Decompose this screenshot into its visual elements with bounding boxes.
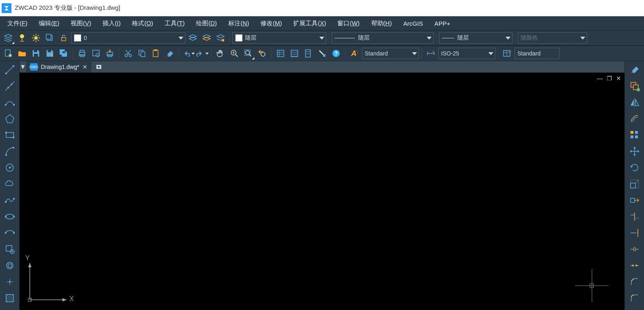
chamfer-icon[interactable] [626, 274, 643, 290]
menu-draw[interactable]: 绘图(D) [192, 18, 221, 29]
match-props-icon[interactable] [316, 47, 329, 60]
publish-icon[interactable] [103, 47, 116, 60]
zoom-window-icon[interactable] [242, 47, 255, 60]
print-icon[interactable] [76, 47, 89, 60]
tablestyle-icon[interactable] [501, 47, 514, 60]
fillet-icon[interactable] [626, 290, 643, 306]
cut-icon[interactable] [122, 47, 135, 60]
break-at-point-icon[interactable] [626, 241, 643, 257]
copy-icon[interactable] [136, 47, 149, 60]
stretch-icon[interactable] [626, 193, 643, 208]
svg-point-5 [222, 39, 224, 42]
tabs-dropdown-icon[interactable]: ▼ [20, 63, 26, 71]
circle-icon[interactable] [2, 160, 18, 175]
add-tab-icon[interactable] [93, 62, 105, 71]
help-icon[interactable]: ? [330, 47, 343, 60]
redo-icon[interactable] [196, 47, 209, 60]
dimstyle-dropdown[interactable]: ISO-25 [438, 48, 495, 59]
saveall-icon[interactable] [57, 47, 70, 60]
svg-text:?: ? [334, 50, 338, 57]
insert-block-icon[interactable] [2, 241, 18, 257]
close-viewport-icon[interactable]: ✕ [616, 75, 621, 82]
document-tab[interactable]: DWG Drawing1.dwg* ✕ [26, 61, 91, 73]
minimize-viewport-icon[interactable]: — [597, 75, 603, 82]
layer-lock-icon[interactable] [57, 31, 70, 44]
scale-icon[interactable] [626, 176, 643, 192]
pan-icon[interactable] [214, 47, 227, 60]
arc-icon[interactable] [2, 144, 18, 159]
layer-off-icon[interactable] [43, 31, 56, 44]
menu-window[interactable]: 窗口(W) [333, 18, 363, 29]
saveas-icon[interactable] [43, 47, 56, 60]
layer-freeze-icon[interactable] [29, 31, 42, 44]
linetype-dropdown[interactable]: 随层 [332, 32, 434, 44]
print-preview-icon[interactable] [89, 47, 103, 60]
layer-manager-icon[interactable] [2, 31, 15, 44]
paste-icon[interactable] [149, 47, 163, 60]
textstyle-dropdown[interactable]: Standard [362, 48, 419, 59]
menu-express[interactable]: 扩展工具(X) [289, 18, 330, 29]
rectangle-icon[interactable] [2, 127, 18, 143]
lineweight-dropdown[interactable]: 随层 [439, 32, 513, 44]
offset-icon[interactable] [626, 111, 643, 126]
layer-on-icon[interactable] [16, 31, 29, 44]
construction-line-icon[interactable] [2, 78, 18, 94]
textstyle-icon[interactable]: A [348, 47, 361, 60]
dimstyle-icon[interactable] [424, 47, 437, 60]
layer-state-icon[interactable] [200, 31, 213, 44]
spline-icon[interactable] [2, 193, 18, 208]
new-icon[interactable] [2, 47, 15, 60]
mirror-icon[interactable] [626, 95, 643, 110]
erase-tool-icon[interactable] [626, 62, 643, 78]
tool-palette-icon[interactable] [302, 47, 315, 60]
menu-insert[interactable]: 插入(I) [98, 18, 125, 29]
break-icon[interactable] [626, 258, 643, 273]
extend-icon[interactable] [626, 225, 643, 241]
menu-tools[interactable]: 工具(T) [160, 18, 189, 29]
undo-icon[interactable] [182, 47, 195, 60]
polygon-icon[interactable] [2, 111, 18, 126]
revcloud-icon[interactable] [2, 176, 18, 192]
menu-view[interactable]: 视图(V) [67, 18, 95, 29]
maximize-viewport-icon[interactable]: ❐ [607, 75, 612, 82]
drawing-canvas[interactable]: — ❐ ✕ Y X [20, 73, 624, 310]
zoom-previous-icon[interactable] [256, 47, 269, 60]
trim-icon[interactable] [626, 209, 643, 224]
make-block-icon[interactable] [2, 258, 18, 273]
svg-rect-97 [634, 248, 635, 251]
zoom-realtime-icon[interactable] [228, 47, 241, 60]
properties-icon[interactable] [274, 47, 287, 60]
menu-format[interactable]: 格式(O) [128, 18, 157, 29]
layer-walk-icon[interactable] [214, 31, 227, 44]
polyline-icon[interactable] [2, 95, 18, 110]
close-tab-icon[interactable]: ✕ [82, 64, 87, 70]
menu-modify[interactable]: 修改(M) [256, 18, 286, 29]
tablestyle-dropdown[interactable]: Standard [515, 48, 559, 59]
ellipse-arc-icon[interactable] [2, 225, 18, 241]
menu-file[interactable]: 文件(F) [3, 18, 31, 29]
save-icon[interactable] [29, 47, 42, 60]
ellipse-icon[interactable] [2, 209, 18, 224]
point-icon[interactable] [2, 274, 18, 290]
menu-help[interactable]: 帮助(H) [367, 18, 396, 29]
design-center-icon[interactable] [288, 47, 301, 60]
move-icon[interactable] [626, 144, 643, 159]
layer-previous-icon[interactable] [186, 31, 199, 44]
erase-icon[interactable] [163, 47, 176, 60]
color-dropdown[interactable]: 随层 [232, 32, 326, 44]
rotate-icon[interactable] [626, 160, 643, 175]
menu-appplus[interactable]: APP+ [430, 18, 455, 29]
plotstyle-dropdown[interactable]: 随颜色 [518, 32, 587, 44]
open-icon[interactable] [16, 47, 29, 60]
hatch-icon[interactable] [2, 290, 18, 306]
line-icon[interactable] [2, 62, 18, 78]
layer-dropdown[interactable]: 0 [71, 32, 185, 44]
chevron-down-icon [488, 52, 493, 55]
menu-arcgis[interactable]: ArcGIS [399, 18, 427, 29]
menu-dimension[interactable]: 标注(N) [224, 18, 253, 29]
copy-tool-icon[interactable] [626, 78, 643, 94]
svg-point-1 [34, 36, 38, 40]
svg-rect-44 [13, 104, 15, 106]
array-icon[interactable] [626, 127, 643, 143]
menu-edit[interactable]: 编辑(E) [35, 18, 63, 29]
